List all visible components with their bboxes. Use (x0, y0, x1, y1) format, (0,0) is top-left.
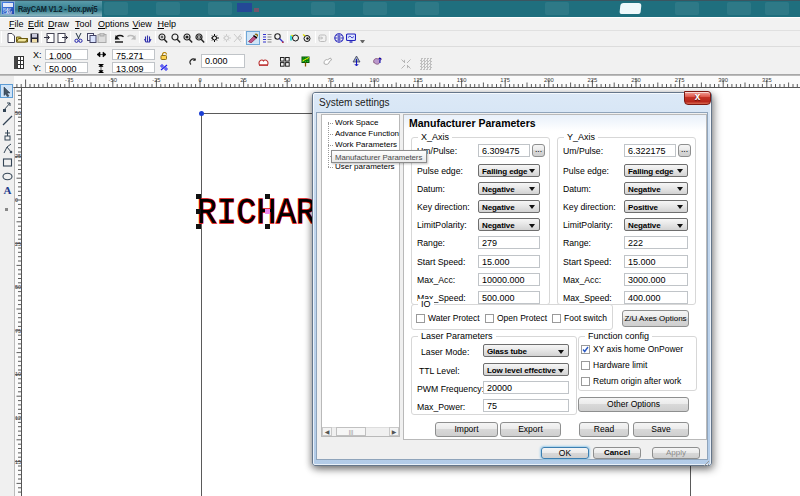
svg-text:225: 225 (588, 77, 598, 83)
svg-text:175: 175 (500, 77, 510, 83)
svg-text:0: 0 (198, 77, 201, 83)
svg-text:0: 0 (15, 197, 18, 203)
svg-text:325: 325 (762, 77, 772, 83)
svg-text:50: 50 (284, 77, 290, 83)
svg-text:-25: -25 (152, 77, 160, 83)
svg-text:100: 100 (370, 77, 380, 83)
svg-text:300: 300 (718, 77, 728, 83)
svg-text:75: 75 (328, 77, 334, 83)
svg-text:A: A (4, 184, 12, 196)
svg-text:200: 200 (544, 77, 554, 83)
svg-text:-50: -50 (109, 77, 117, 83)
svg-text:275: 275 (675, 77, 685, 83)
svg-text:125: 125 (413, 77, 423, 83)
svg-text:-75: -75 (65, 77, 73, 83)
svg-text:250: 250 (631, 77, 641, 83)
svg-text:25: 25 (240, 77, 246, 83)
svg-text:150: 150 (457, 77, 467, 83)
